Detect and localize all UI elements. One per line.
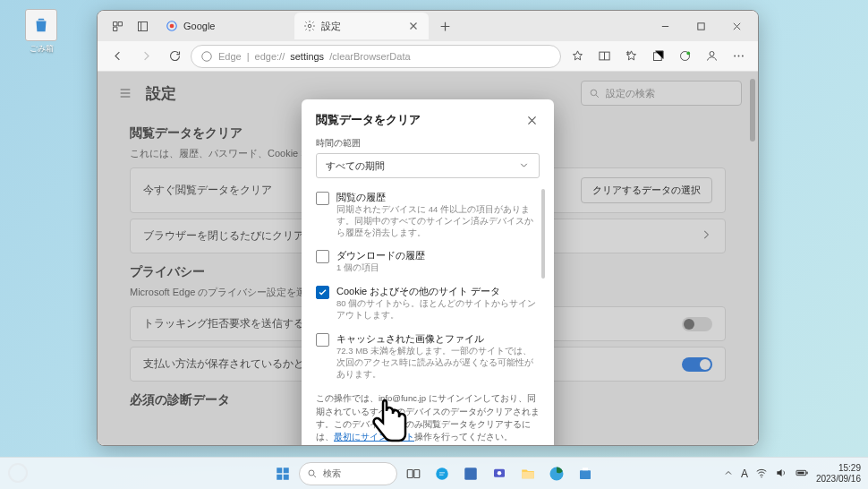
vertical-tabs-icon[interactable] xyxy=(132,15,153,37)
profile-icon[interactable] xyxy=(699,44,724,69)
time-range-value: すべての期間 xyxy=(326,159,385,173)
checkbox-cached-images[interactable] xyxy=(316,333,329,347)
svg-rect-27 xyxy=(464,468,477,480)
widgets-icon[interactable] xyxy=(458,461,483,486)
svg-rect-22 xyxy=(284,474,289,479)
url-brand: Edge xyxy=(218,51,242,62)
window-close-button[interactable] xyxy=(719,13,754,39)
item-title: Cookie およびその他のサイト データ xyxy=(336,285,540,298)
clear-data-dialog: 閲覧データをクリア 時間の範囲 すべての期間 閲覧の履歴 同期されたデバイスに … xyxy=(302,99,554,446)
svg-point-3 xyxy=(308,24,311,28)
time-range-select[interactable]: すべての期間 xyxy=(316,153,540,178)
recycle-bin-label: ごみ箱 xyxy=(20,43,63,55)
svg-point-26 xyxy=(436,468,448,480)
taskbar-clock[interactable]: 15:29 2023/09/16 xyxy=(816,463,861,485)
svg-point-33 xyxy=(761,476,762,476)
edge-taskbar-icon[interactable] xyxy=(544,461,569,486)
wifi-icon[interactable] xyxy=(755,467,768,481)
clear-items-list: 閲覧の履歴 同期されたデバイスに 44 件以上の項目があります。同期中のすべての… xyxy=(316,187,540,387)
checkbox-browsing-history[interactable] xyxy=(316,192,329,205)
tray-chevron-icon[interactable] xyxy=(723,468,734,480)
window-minimize-button[interactable] xyxy=(647,13,683,39)
battery-icon[interactable] xyxy=(795,466,809,482)
new-tab-button[interactable] xyxy=(432,21,457,32)
taskbar-search-label: 検索 xyxy=(323,468,341,480)
item-desc: 1 個の項目 xyxy=(336,262,425,274)
svg-point-16 xyxy=(741,56,743,57)
item-download-history[interactable]: ダウンロードの履歴 1 個の項目 xyxy=(316,245,540,281)
url-prefix: edge:// xyxy=(255,51,285,62)
recycle-bin-icon xyxy=(25,9,57,41)
favorites-star-icon[interactable] xyxy=(565,44,590,69)
checkbox-download-history[interactable] xyxy=(316,250,329,263)
svg-rect-24 xyxy=(407,469,413,477)
search-icon xyxy=(307,468,318,479)
svg-rect-4 xyxy=(697,22,703,29)
svg-rect-32 xyxy=(580,470,591,479)
edge-logo-icon xyxy=(200,50,213,63)
back-button[interactable] xyxy=(105,44,130,69)
svg-rect-35 xyxy=(806,471,807,474)
gear-icon xyxy=(303,20,316,32)
item-title: ダウンロードの履歴 xyxy=(336,249,425,262)
recycle-bin[interactable]: ごみ箱 xyxy=(20,9,63,55)
taskbar: 検索 A 15:29 2023/09/16 xyxy=(0,457,868,489)
svg-rect-25 xyxy=(414,469,420,477)
address-bar: Edge | edge://settings/clearBrowserData xyxy=(98,41,758,72)
svg-point-23 xyxy=(309,470,314,476)
chevron-down-icon xyxy=(518,159,530,173)
clock-date: 2023/09/16 xyxy=(816,474,861,485)
sign-out-link[interactable]: 最初にサインアウト xyxy=(334,432,414,442)
teams-icon[interactable] xyxy=(487,461,512,486)
split-screen-icon[interactable] xyxy=(591,44,617,69)
svg-rect-21 xyxy=(277,474,282,479)
ime-icon[interactable]: A xyxy=(741,468,748,480)
start-button[interactable] xyxy=(270,461,295,486)
google-favicon-icon xyxy=(166,20,178,32)
clock-time: 15:29 xyxy=(816,463,861,474)
item-browsing-history[interactable]: 閲覧の履歴 同期されたデバイスに 44 件以上の項目があります。同期中のすべての… xyxy=(316,187,540,245)
window-maximize-button[interactable] xyxy=(683,13,719,39)
favorites-icon[interactable] xyxy=(618,44,643,69)
url-rest: /clearBrowserData xyxy=(329,51,410,62)
url-bold: settings xyxy=(290,51,324,62)
taskview-icon[interactable] xyxy=(401,461,426,486)
svg-point-14 xyxy=(734,56,736,57)
svg-point-13 xyxy=(710,52,714,56)
svg-point-5 xyxy=(202,51,212,61)
item-title: キャッシュされた画像とファイル xyxy=(336,332,540,346)
svg-point-29 xyxy=(498,471,502,476)
tab-google-label: Google xyxy=(183,21,215,31)
collections-icon[interactable] xyxy=(645,44,670,69)
menu-button[interactable] xyxy=(726,44,751,69)
item-cookies[interactable]: Cookie およびその他のサイト データ 80 個のサイトから。ほとんどのサイ… xyxy=(316,281,540,329)
tab-close-icon[interactable] xyxy=(407,20,420,32)
svg-rect-0 xyxy=(138,21,147,30)
taskbar-search[interactable]: 検索 xyxy=(299,462,397,485)
forward-button[interactable] xyxy=(133,44,158,69)
svg-rect-30 xyxy=(522,471,534,478)
item-desc: 同期されたデバイスに 44 件以上の項目があります。同期中のすべてのサインイン済… xyxy=(336,204,540,238)
item-desc: 72.3 MB 未満を解放します。一部のサイトでは、次回のアクセス時に読み込みが… xyxy=(336,346,540,380)
svg-rect-36 xyxy=(797,471,804,474)
item-title: 閲覧の履歴 xyxy=(336,191,540,204)
titlebar: Google 設定 xyxy=(98,11,758,41)
refresh-button[interactable] xyxy=(162,44,187,69)
tab-settings-label: 設定 xyxy=(321,20,341,33)
checkbox-cookies[interactable] xyxy=(316,286,329,299)
svg-rect-20 xyxy=(284,468,289,473)
dialog-note: この操作では、info@func.jp にサインインしており、同期されているすべ… xyxy=(316,392,540,443)
dialog-close-button[interactable] xyxy=(523,112,540,128)
url-field[interactable]: Edge | edge://settings/clearBrowserData xyxy=(191,45,561,68)
store-icon[interactable] xyxy=(573,461,598,486)
chat-icon[interactable] xyxy=(430,461,455,486)
volume-icon[interactable] xyxy=(775,467,787,481)
extensions-icon[interactable] xyxy=(672,44,697,69)
svg-point-15 xyxy=(737,56,739,57)
item-cached-images[interactable]: キャッシュされた画像とファイル 72.3 MB 未満を解放します。一部のサイトで… xyxy=(316,329,540,387)
tab-settings[interactable]: 設定 xyxy=(294,13,429,39)
workspaces-icon[interactable] xyxy=(106,15,128,37)
explorer-icon[interactable] xyxy=(515,461,540,486)
dialog-scrollbar[interactable] xyxy=(541,189,545,279)
tab-google[interactable]: Google xyxy=(157,13,291,39)
